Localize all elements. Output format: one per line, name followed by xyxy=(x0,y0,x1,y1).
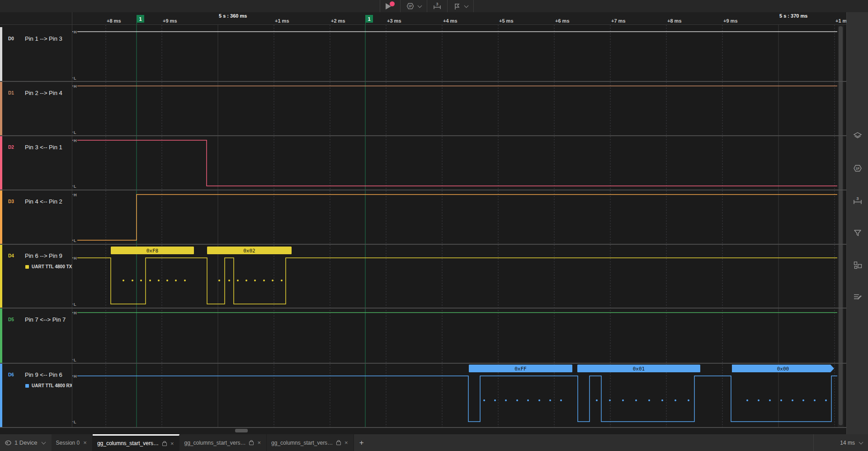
flags-button[interactable] xyxy=(447,0,474,12)
bit-sample-dot xyxy=(516,399,518,401)
bit-sample-dot xyxy=(218,280,220,281)
level-label: L xyxy=(74,302,76,307)
vertical-scrollbar[interactable] xyxy=(838,25,844,427)
ruler-tick-label: +7 ms xyxy=(611,18,626,24)
ruler-tick-label: +8 ms xyxy=(107,18,121,24)
channel-item-D4[interactable]: D4Pin 6 --> Pin 9UART TTL 4800 TX xyxy=(0,244,72,308)
close-tab-icon[interactable]: × xyxy=(344,439,349,446)
channel-id-label: D2 xyxy=(8,145,14,150)
svg-text:3: 3 xyxy=(436,2,438,6)
svg-text:1F: 1F xyxy=(856,166,860,171)
close-tab-icon[interactable]: × xyxy=(256,439,262,446)
ruler-tick-label: +3 ms xyxy=(387,18,401,24)
channel-id-label: D0 xyxy=(8,36,14,41)
bit-sample-dot xyxy=(758,399,760,401)
timeline-ruler[interactable]: +8 ms+9 ms5 s : 360 ms+1 ms+2 ms+3 ms+4 … xyxy=(72,12,846,25)
tab-capture-file-2[interactable]: gg_columns_start_versus…× xyxy=(179,434,267,451)
channel-panel: D0Pin 1 --> Pin 3D1Pin 2 --> Pin 4D2Pin … xyxy=(0,25,72,427)
ruler-tick-label: +8 ms xyxy=(667,18,682,24)
bit-sample-dot xyxy=(560,399,562,401)
bit-sample-dot xyxy=(688,399,689,401)
bit-sample-dot xyxy=(123,280,124,281)
svg-text:3: 3 xyxy=(856,196,859,201)
waveform-D6[interactable] xyxy=(72,376,837,422)
level-label: H xyxy=(74,138,77,143)
bit-sample-dot xyxy=(237,280,239,281)
timescale-selector[interactable]: 14 ms xyxy=(813,434,863,451)
channel-name-label: Pin 7 <--> Pin 7 xyxy=(25,316,66,323)
bit-sample-dot xyxy=(158,280,160,281)
chevron-down-icon xyxy=(41,440,46,444)
analyzer-color-icon xyxy=(25,384,29,388)
bit-sample-dot xyxy=(263,280,265,281)
filter-icon[interactable] xyxy=(853,228,863,238)
decode-annotation-text: 0xF8 xyxy=(146,248,159,254)
bit-sample-dot xyxy=(166,280,168,281)
bit-sample-dot xyxy=(132,280,133,281)
device-selector[interactable]: 1 Device xyxy=(0,434,52,451)
bit-sample-dot xyxy=(661,399,663,401)
analyzer-label: UART TTL 4800 RX xyxy=(32,383,72,388)
close-tab-icon[interactable]: × xyxy=(82,439,88,446)
channel-item-D0[interactable]: D0Pin 1 --> Pin 3 xyxy=(0,27,72,81)
channel-item-D6[interactable]: D6Pin 9 <-- Pin 6UART TTL 4800 RX xyxy=(0,363,72,427)
layout-grid-icon[interactable] xyxy=(853,260,863,270)
analyzer-item[interactable]: UART TTL 4800 RX xyxy=(25,383,72,388)
chevron-down-icon xyxy=(464,3,469,8)
level-label: L xyxy=(74,76,76,81)
analyzer-label: UART TTL 4800 TX xyxy=(32,264,72,269)
horizontal-scrollbar[interactable] xyxy=(0,427,846,434)
ruler-tick-label: +5 ms xyxy=(499,18,514,24)
decode-annotation-text: 0x02 xyxy=(243,248,255,254)
tab-session[interactable]: Session 0× xyxy=(52,434,93,451)
level-label: H xyxy=(74,30,77,34)
protocol-hexagon-icon[interactable]: 1F xyxy=(853,163,863,173)
bit-sample-dot xyxy=(675,399,676,401)
analyzer-color-icon xyxy=(25,265,29,269)
channel-item-D5[interactable]: D5Pin 7 <--> Pin 7 xyxy=(0,308,72,363)
bit-sample-dot xyxy=(792,399,793,401)
level-label: L xyxy=(74,130,76,135)
bit-sample-dot xyxy=(184,280,186,281)
svg-text:1F: 1F xyxy=(408,5,412,8)
tab-capture-file-3[interactable]: gg_columns_start_versus…× xyxy=(267,434,354,451)
channel-color-stripe xyxy=(0,190,2,244)
bit-sample-dot xyxy=(281,280,283,281)
measurement-icon[interactable]: 3 xyxy=(853,196,863,206)
bit-sample-dot xyxy=(527,399,529,401)
channel-item-D2[interactable]: D2Pin 3 <-- Pin 1 xyxy=(0,136,72,190)
measurement-button[interactable]: 3 xyxy=(427,0,447,12)
timing-marker-flag[interactable]: 1 xyxy=(365,15,373,23)
bit-sample-dot xyxy=(814,399,816,401)
ruler-tick-label: +4 ms xyxy=(443,18,458,24)
trigger-button[interactable]: 1F xyxy=(400,0,427,12)
tab-capture-file-1[interactable]: gg_columns_start_versus…× xyxy=(93,434,180,451)
waveform-area[interactable]: HLHLHLHL0xF80x02HLHL0xFF0x010x00HL xyxy=(72,25,846,427)
bit-sample-dot xyxy=(825,399,827,401)
add-tab-button[interactable]: + xyxy=(354,434,369,451)
channel-item-D1[interactable]: D1Pin 2 --> Pin 4 xyxy=(0,81,72,136)
decode-annotation-text: 0x00 xyxy=(777,366,789,372)
level-label: L xyxy=(74,184,76,189)
channel-name-label: Pin 4 <-- Pin 2 xyxy=(25,198,62,205)
bit-sample-dot xyxy=(538,399,540,401)
layers-icon[interactable] xyxy=(853,131,863,141)
channel-id-label: D5 xyxy=(8,317,14,322)
bit-sample-dot xyxy=(635,399,637,401)
bit-sample-dot xyxy=(228,280,230,281)
level-label: H xyxy=(74,193,77,197)
analyzer-item[interactable]: UART TTL 4800 TX xyxy=(25,264,72,269)
bit-sample-dot xyxy=(494,399,496,401)
bit-sample-dot xyxy=(272,280,274,281)
level-label: H xyxy=(74,374,77,379)
close-tab-icon[interactable]: × xyxy=(170,440,175,447)
annotations-icon[interactable] xyxy=(853,292,863,302)
timing-marker-flag[interactable]: 1 xyxy=(137,15,144,23)
channel-item-D3[interactable]: D3Pin 4 <-- Pin 2 xyxy=(0,190,72,244)
horizontal-scrollbar-thumb[interactable] xyxy=(235,429,248,432)
channel-name-label: Pin 9 <-- Pin 6 xyxy=(25,371,62,378)
vertical-scrollbar-thumb[interactable] xyxy=(839,26,843,425)
bit-sample-dot xyxy=(596,399,598,401)
bit-sample-dot xyxy=(175,280,177,281)
play-record-button[interactable] xyxy=(380,0,400,12)
